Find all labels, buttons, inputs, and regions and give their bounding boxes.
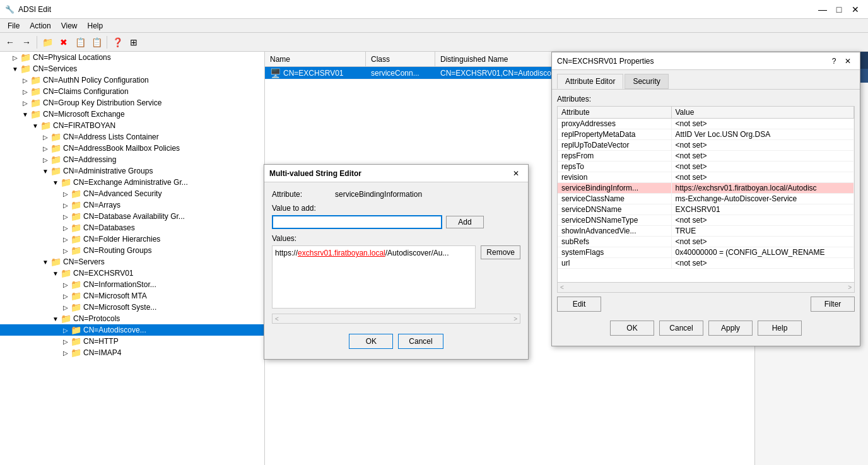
col-header-class[interactable]: Class [366,52,435,66]
attr-name: serviceDNSNameType [558,215,671,226]
attr-row[interactable]: replPropertyMetaData AttID Ver Loc.USN O… [558,129,854,140]
tree-item-imap4[interactable]: ▷ 📁 CN=IMAP4 [0,347,264,358]
tree-item-protocols[interactable]: ▼ 📁 CN=Protocols [0,313,264,324]
tab-security[interactable]: Security [625,74,668,89]
back-button[interactable]: ← [3,35,18,50]
folder-icon: 📁 [50,166,61,176]
tree-item-servers[interactable]: ▼ 📁 CN=Servers [0,256,264,268]
menu-bar: File Action View Help [0,19,868,33]
forward-button[interactable]: → [19,35,34,50]
folder-icon: 📁 [71,291,81,301]
attr-row[interactable]: serviceClassName ms-Exchange-AutoDiscove… [558,194,854,204]
col-header-name[interactable]: Name [265,52,366,66]
tree-item-services[interactable]: ▼ 📁 CN=Services [0,63,264,74]
folder-icon: 📁 [71,189,81,199]
tree-item-claims[interactable]: ▷ 📁 CN=Claims Configuration [0,86,264,97]
menu-action[interactable]: Action [25,20,56,32]
tree-item-info-stor[interactable]: ▷ 📁 CN=InformationStor... [0,279,264,290]
attr-row[interactable]: repsTo <not set> [558,162,854,172]
minimize-button[interactable]: — [815,2,830,17]
properties-close-button[interactable]: ✕ [841,55,855,68]
tree-item-admin-groups[interactable]: ▼ 📁 CN=Administrative Groups [0,165,264,177]
attr-row[interactable]: replUpToDateVector <not set> [558,140,854,151]
tree-item-ms-exchange[interactable]: ▼ 📁 CN=Microsoft Exchange [0,109,264,120]
tree-item-autodiscover[interactable]: ▷ 📁 CN=Autodiscove... [0,324,264,336]
filter-button[interactable]: Filter [811,297,855,312]
menu-view[interactable]: View [56,20,83,32]
tree-item-ms-system[interactable]: ▷ 📁 CN=Microsoft Syste... [0,302,264,313]
attr-row-highlighted[interactable]: serviceBindingInform... https://exchsrv0… [558,183,854,194]
tree-item-database-avail[interactable]: ▷ 📁 CN=Database Availability Gr... [0,211,264,222]
attr-row[interactable]: repsFrom <not set> [558,151,854,162]
props-cancel-button[interactable]: Cancel [659,321,703,336]
attr-row[interactable]: revision <not set> [558,172,854,183]
mv-value-input[interactable] [272,215,442,229]
tree-item-http[interactable]: ▷ 📁 CN=HTTP [0,336,264,347]
tree-item-databases[interactable]: ▷ 📁 CN=Databases [0,222,264,233]
attr-row[interactable]: serviceDNSNameType <not set> [558,215,854,226]
tree-item-authn[interactable]: ▷ 📁 CN=AuthN Policy Configuration [0,74,264,86]
tab-attribute-editor[interactable]: Attribute Editor [557,74,623,89]
mv-remove-button[interactable]: Remove [481,245,520,259]
props-help-button[interactable]: Help [758,321,802,336]
folder-icon: 📁 [61,314,71,324]
mv-title-bar: Multi-valued String Editor ✕ [264,165,528,182]
mv-cancel-button[interactable]: Cancel [398,334,443,349]
dialog-bottom-buttons: OK Cancel Apply Help [557,315,855,341]
attr-row[interactable]: systemFlags 0x40000000 = (CONFIG_ALLOW_R… [558,247,854,258]
attr-name: replPropertyMetaData [558,129,671,140]
tree-item-exchange-admin[interactable]: ▼ 📁 CN=Exchange Administrative Gr... [0,177,264,188]
tree-item-addressbook[interactable]: ▷ 📁 CN=AddressBook Mailbox Policies [0,143,264,154]
folder-icon: 📁 [20,64,31,74]
props-apply-button[interactable]: Apply [708,321,753,336]
tree-item-arrays[interactable]: ▷ 📁 CN=Arrays [0,199,264,211]
attr-row[interactable]: showInAdvancedVie... TRUE [558,226,854,237]
properties-title-bar: CN=EXCHSRV01 Properties ? ✕ [552,52,860,70]
tree-item-physical-locations[interactable]: ▷ 📁 CN=Physical Locations [0,52,264,63]
props-ok-button[interactable]: OK [610,321,654,336]
menu-file[interactable]: File [3,20,25,32]
paste2-button[interactable]: 📋 [89,35,104,50]
grid-button[interactable]: ⊞ [126,35,141,50]
folder-icon: 📁 [71,223,81,233]
attributes-label: Attributes: [557,95,855,103]
tree-item-advanced-security[interactable]: ▷ 📁 CN=Advanced Security [0,188,264,199]
mv-values-row: https://exchsrv01.firatboyan.local/Autod… [272,245,520,309]
list-cell-name: 🖥️ CN=EXCHSRV01 [265,68,366,78]
edit-button[interactable]: Edit [557,297,601,312]
attr-table-scrollbar-h[interactable]: < > [557,283,855,293]
tree-item-folder-hierarchies[interactable]: ▷ 📁 CN=Folder Hierarchies [0,233,264,245]
tree-item-exchsrv01[interactable]: ▼ 📁 CN=EXCHSRV01 [0,268,264,279]
tree-item-ms-mta[interactable]: ▷ 📁 CN=Microsoft MTA [0,290,264,302]
help-toolbar-button[interactable]: ❓ [110,35,125,50]
open-folder-button[interactable]: 📁 [40,35,55,50]
delete-button[interactable]: ✖ [56,35,71,50]
properties-help-button[interactable]: ? [827,55,841,68]
attr-value: <not set> [671,162,854,172]
attr-row[interactable]: proxyAddresses <not set> [558,119,854,129]
mv-ok-button[interactable]: OK [349,334,393,349]
tree-item-firatboyan[interactable]: ▼ 📁 CN=FIRATBOYAN [0,120,264,131]
tree-item-addressing[interactable]: ▷ 📁 CN=Addressing [0,154,264,165]
mv-add-button[interactable]: Add [446,216,484,228]
attr-row[interactable]: serviceDNSName EXCHSRV01 [558,204,854,215]
tree-item-group-key[interactable]: ▷ 📁 CN=Group Key Distribution Service [0,97,264,109]
attr-col-value[interactable]: Value [671,107,854,119]
mv-scrollbar-h[interactable]: < > [272,314,520,324]
attributes-table: Attribute Value proxyAddresses <not set>… [558,107,854,269]
maximize-button[interactable]: □ [831,2,847,17]
tree-item-routing-groups[interactable]: ▷ 📁 CN=Routing Groups [0,245,264,256]
copy-button[interactable]: 📋 [73,35,88,50]
attr-value: TRUE [671,226,854,237]
attr-row[interactable]: url <not set> [558,258,854,269]
attr-row[interactable]: subRefs <not set> [558,237,854,247]
attr-value: <not set> [671,119,854,129]
mv-close-button[interactable]: ✕ [509,167,523,180]
tree-item-address-lists[interactable]: ▷ 📁 CN=Address Lists Container [0,131,264,143]
attr-col-attribute[interactable]: Attribute [558,107,671,119]
menu-help[interactable]: Help [83,20,108,32]
close-button[interactable]: ✕ [848,2,863,17]
attributes-table-container: Attribute Value proxyAddresses <not set>… [557,106,855,283]
mv-values-textarea[interactable]: https://exchsrv01.firatboyan.local/Autod… [272,245,476,309]
folder-icon: 📁 [71,280,81,290]
